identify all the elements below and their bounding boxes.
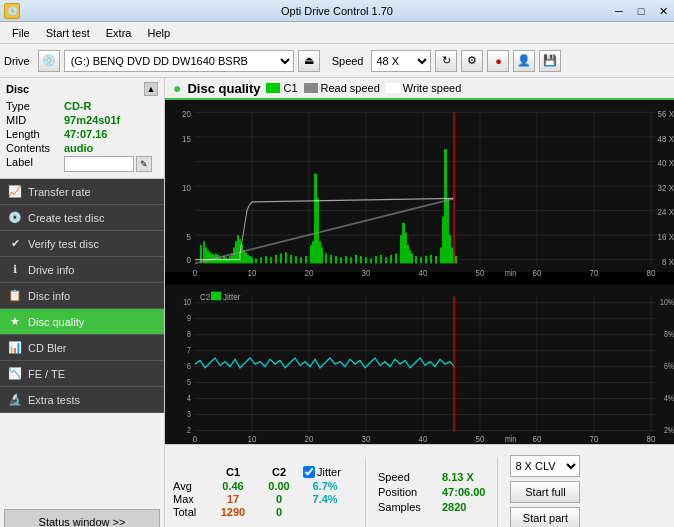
svg-text:10%: 10% xyxy=(660,297,674,307)
legend-write-speed-color xyxy=(386,83,400,93)
create-test-disc-icon: 💿 xyxy=(8,211,22,225)
svg-text:20: 20 xyxy=(305,267,314,278)
minimize-button[interactable]: ─ xyxy=(608,0,630,22)
max-c1: 17 xyxy=(211,493,255,505)
svg-text:C2: C2 xyxy=(200,291,210,302)
svg-rect-65 xyxy=(260,257,262,263)
svg-text:40: 40 xyxy=(419,267,428,278)
svg-text:20: 20 xyxy=(182,108,191,119)
menu-extra[interactable]: Extra xyxy=(98,25,140,41)
svg-rect-91 xyxy=(375,256,377,263)
svg-rect-72 xyxy=(295,256,297,263)
svg-text:24 X: 24 X xyxy=(658,207,674,218)
menu-bar: File Start test Extra Help xyxy=(0,22,674,44)
nav-cd-bler[interactable]: 📊 CD Bler xyxy=(0,335,164,361)
disc-mid-row: MID 97m24s01f xyxy=(6,114,158,126)
start-full-button[interactable]: Start full xyxy=(510,481,580,503)
nav-drive-info[interactable]: ℹ Drive info xyxy=(0,257,164,283)
close-button[interactable]: ✕ xyxy=(652,0,674,22)
svg-rect-82 xyxy=(330,255,332,264)
svg-rect-85 xyxy=(345,256,347,263)
svg-rect-90 xyxy=(370,258,372,263)
svg-text:4%: 4% xyxy=(664,393,674,403)
svg-rect-63 xyxy=(251,257,253,263)
position-stat-value: 47:06.00 xyxy=(442,486,485,498)
drive-icon-btn[interactable]: 💿 xyxy=(38,50,60,72)
nav-disc-quality[interactable]: ★ Disc quality xyxy=(0,309,164,335)
window-controls: ─ □ ✕ xyxy=(608,0,674,22)
chart-header: ● Disc quality C1 Read speed Write speed xyxy=(165,78,674,100)
svg-text:6: 6 xyxy=(187,361,191,371)
svg-rect-69 xyxy=(280,254,282,264)
user-button[interactable]: 👤 xyxy=(513,50,535,72)
disc-section: Disc ▲ Type CD-R MID 97m24s01f Length 47… xyxy=(0,78,164,179)
disc-label-input[interactable] xyxy=(64,156,134,172)
disc-type-value: CD-R xyxy=(64,100,92,112)
nav-transfer-rate[interactable]: 📈 Transfer rate xyxy=(0,179,164,205)
svg-text:0: 0 xyxy=(187,255,191,266)
svg-rect-109 xyxy=(444,149,447,263)
extra-tests-icon: 🔬 xyxy=(8,393,22,407)
jitter-checkbox-label: Jitter xyxy=(317,466,341,478)
maximize-button[interactable]: □ xyxy=(630,0,652,22)
table-header-row: C1 C2 Jitter xyxy=(173,466,353,478)
legend-read-speed-color xyxy=(304,83,318,93)
nav-create-test-disc[interactable]: 💿 Create test disc xyxy=(0,205,164,231)
table-max-row: Max 17 0 7.4% xyxy=(173,493,353,505)
svg-rect-54 xyxy=(233,247,235,263)
svg-rect-84 xyxy=(340,257,342,263)
svg-text:6%: 6% xyxy=(664,361,674,371)
disc-header: Disc ▲ xyxy=(6,82,158,96)
settings-button[interactable]: ⚙ xyxy=(461,50,483,72)
svg-text:Jitter: Jitter xyxy=(223,291,240,302)
start-part-button[interactable]: Start part xyxy=(510,507,580,527)
nav-verify-test-disc[interactable]: ✔ Verify test disc xyxy=(0,231,164,257)
svg-rect-62 xyxy=(249,256,251,263)
svg-rect-80 xyxy=(321,247,323,263)
svg-rect-92 xyxy=(380,255,382,264)
svg-rect-112 xyxy=(451,247,453,263)
speed-stat-row: Speed 8.13 X xyxy=(378,471,485,483)
svg-rect-38 xyxy=(200,245,202,263)
save-button[interactable]: 💾 xyxy=(539,50,561,72)
eject-button[interactable]: ⏏ xyxy=(298,50,320,72)
nav-disc-info[interactable]: 📋 Disc info xyxy=(0,283,164,309)
legend-c1-label: C1 xyxy=(283,82,297,94)
svg-rect-87 xyxy=(355,255,357,264)
svg-text:70: 70 xyxy=(590,267,599,278)
disc-contents-row: Contents audio xyxy=(6,142,158,154)
svg-rect-101 xyxy=(411,254,413,264)
legend-read-speed-label: Read speed xyxy=(321,82,380,94)
drive-select[interactable]: (G:) BENQ DVD DD DW1640 BSRB xyxy=(64,50,294,72)
nav-drive-info-label: Drive info xyxy=(28,264,74,276)
th-c2: C2 xyxy=(257,466,301,478)
label-edit-btn[interactable]: ✎ xyxy=(136,156,152,172)
legend-write-speed: Write speed xyxy=(386,82,462,94)
nav-fe-te[interactable]: 📉 FE / TE xyxy=(0,361,164,387)
status-window-btn[interactable]: Status window >> xyxy=(4,509,160,527)
menu-start-test[interactable]: Start test xyxy=(38,25,98,41)
svg-rect-60 xyxy=(245,252,247,263)
menu-help[interactable]: Help xyxy=(139,25,178,41)
nav-extra-tests[interactable]: 🔬 Extra tests xyxy=(0,387,164,413)
clv-speed-select[interactable]: 8 X CLV xyxy=(510,455,580,477)
right-panel: ● Disc quality C1 Read speed Write speed xyxy=(165,78,674,527)
nav-buttons: 📈 Transfer rate 💿 Create test disc ✔ Ver… xyxy=(0,179,164,505)
menu-file[interactable]: File xyxy=(4,25,38,41)
svg-rect-68 xyxy=(275,255,277,264)
disc-label-row: Label ✎ xyxy=(6,156,158,172)
disc-collapse-btn[interactable]: ▲ xyxy=(144,82,158,96)
nav-disc-quality-label: Disc quality xyxy=(28,316,84,328)
svg-rect-61 xyxy=(247,255,249,264)
color-button[interactable]: ● xyxy=(487,50,509,72)
avg-c1: 0.46 xyxy=(211,480,255,492)
jitter-checkbox[interactable] xyxy=(303,466,315,478)
refresh-button[interactable]: ↻ xyxy=(435,50,457,72)
speed-label: Speed xyxy=(332,55,364,67)
svg-rect-79 xyxy=(319,241,321,263)
disc-type-label: Type xyxy=(6,100,64,112)
speed-select[interactable]: 48 X 8 X 16 X 24 X 32 X xyxy=(371,50,431,72)
disc-contents-value: audio xyxy=(64,142,93,154)
svg-rect-42 xyxy=(209,252,211,263)
svg-rect-64 xyxy=(255,258,257,263)
